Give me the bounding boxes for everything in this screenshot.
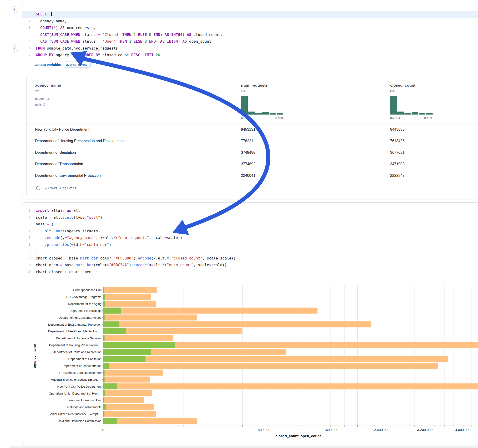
svg-text:Department of Housing Preserva: Department of Housing Preservation … <box>49 343 101 347</box>
column-header-num_requests[interactable]: num_requestsi6453,3049.5e6 <box>241 83 283 120</box>
add-cell-button-2[interactable]: + <box>11 45 18 53</box>
svg-text:Department of Health and Menta: Department of Health and Mental Hyg… <box>48 330 101 333</box>
svg-text:Operations Unit - Department o: Operations Unit - Department of Hom… <box>49 392 101 395</box>
code-line[interactable]: 7GROUP BY agency_name ORDER BY closed_co… <box>22 52 478 59</box>
svg-text:Department for the Aging: Department for the Aging <box>68 302 101 305</box>
svg-text:Mayorâ€ s Office of Special En: Mayorâ€ s Office of Special Enforce… <box>51 378 101 381</box>
line-number: 4 <box>22 228 31 235</box>
table-summary: 20 rows, 4 columns <box>44 186 76 190</box>
code-line[interactable]: 7) <box>22 248 478 255</box>
python-code-editor[interactable]: 1import altair as alt2scale = alt.Scale(… <box>22 203 478 275</box>
code-line[interactable]: 6FROM sample_data.nyc.service_requests <box>22 45 478 52</box>
code-line[interactable]: 5 CAST(SUM(CASE WHEN status = 'Open' THE… <box>22 38 478 45</box>
table-cell: Department of Environmental Protection <box>35 170 101 181</box>
svg-text:Department of Environmental Pr: Department of Environmental Protection <box>48 323 101 326</box>
svg-text:3,200,000: 3,200,000 <box>417 428 433 432</box>
svg-text:0: 0 <box>102 428 104 432</box>
svg-text:New York City Police Departmen: New York City Police Department <box>57 385 102 388</box>
code-line[interactable]: 10chart_closed + chart_open <box>22 268 478 275</box>
table-cell: 9443533 <box>390 124 404 135</box>
table-row[interactable]: New York City Police Department945313194… <box>26 124 478 135</box>
line-number: 10 <box>22 268 31 275</box>
code-line[interactable]: 3 COUNT(*) AS num_requests, <box>22 25 478 31</box>
result-table: agency_namestrunique: 20nulls: 0num_requ… <box>26 77 478 196</box>
table-row[interactable]: Department of Sanitation37494853677651 <box>26 147 478 158</box>
text-cursor <box>51 12 52 16</box>
output-row-separator: Output variable: agency_tickets <box>26 59 478 71</box>
svg-text:Department of Sanitation: Department of Sanitation <box>68 357 101 361</box>
code-line[interactable]: 3⌄base = ( <box>22 221 478 228</box>
table-cell: 3749485 <box>241 147 255 158</box>
svg-text:HRA Benefit Card Replacement: HRA Benefit Card Replacement <box>59 371 101 374</box>
line-number: 2 <box>22 18 31 25</box>
svg-text:Personal Exemption Unit: Personal Exemption Unit <box>69 398 101 402</box>
column-header-closed_count[interactable]: closed_counti6453,3049.4e6 <box>390 83 433 120</box>
table-cell: Department of Transportation <box>35 158 83 170</box>
sql-code-editor[interactable]: 1⌄SELECT 2 agency_name,3 COUNT(*) AS num… <box>22 2 478 59</box>
sql-cell-card: 1⌄SELECT 2 agency_name,3 COUNT(*) AS num… <box>22 2 478 199</box>
svg-text:1,600,000: 1,600,000 <box>323 428 339 432</box>
column-histogram <box>241 96 283 115</box>
svg-text:agency_name: agency_name <box>32 344 37 368</box>
svg-text:4,000,000: 4,000,000 <box>455 428 471 432</box>
table-row[interactable]: Department of Transportation377489234719… <box>26 158 478 170</box>
svg-text:Department of Buildings: Department of Buildings <box>69 309 101 312</box>
table-cell: 3774892 <box>241 158 255 170</box>
svg-text:Department of Parks and Recrea: Department of Parks and Recreation <box>53 350 101 354</box>
svg-text:Refunds and Adjustments: Refunds and Adjustments <box>67 405 102 409</box>
code-line[interactable]: 9chart_open = base.mark_bar(color="#8BC3… <box>22 261 478 268</box>
code-line[interactable]: 5 .encode(y="agency_name", x=alt.X("num_… <box>22 234 478 241</box>
table-cell: 7618456 <box>390 135 404 147</box>
table-cell: Department of Housing Preservation and D… <box>35 135 125 147</box>
fold-chevron-icon[interactable]: ⌄ <box>31 11 35 18</box>
code-line[interactable]: 2scale = alt.Scale(type="sqrt") <box>22 214 478 221</box>
svg-text:Senior Citizen Rent Increase E: Senior Citizen Rent Increase Exempti… <box>49 412 101 416</box>
table-cell: 3677651 <box>390 147 404 158</box>
search-icon[interactable] <box>36 186 40 191</box>
output-variable-label: Output variable: <box>35 63 61 67</box>
column-histogram <box>390 96 433 115</box>
line-number: 6 <box>22 45 31 52</box>
line-number: 5 <box>22 234 31 241</box>
line-number: 7 <box>22 52 31 59</box>
table-cell: 2222847 <box>390 170 404 181</box>
line-number: 7 <box>22 248 31 255</box>
bar-chart: Correspondence UnitDHS Advantage Program… <box>0 282 478 444</box>
svg-text:Correspondence Unit: Correspondence Unit <box>73 288 101 292</box>
line-number: 4 <box>22 31 31 38</box>
code-line[interactable]: 2 agency_name, <box>22 18 478 25</box>
output-variable-input[interactable]: agency_tickets <box>64 62 91 68</box>
code-line[interactable]: 1import altair as alt <box>22 207 478 214</box>
line-number: 3 <box>22 25 31 31</box>
code-line[interactable]: 4 CAST(SUM(CASE WHEN status = 'Closed' T… <box>22 31 478 38</box>
table-cell: 7782211 <box>241 135 255 147</box>
svg-text:Department of Consumer Affairs: Department of Consumer Affairs <box>59 316 102 319</box>
svg-text:2,400,000: 2,400,000 <box>374 428 390 432</box>
line-number: 8 <box>22 255 31 262</box>
line-number: 3 <box>22 221 31 228</box>
line-number: 9 <box>22 261 31 268</box>
code-line[interactable]: 1⌄SELECT <box>22 11 478 18</box>
code-line[interactable]: 6 .properties(width="container") <box>22 241 478 248</box>
add-cell-button[interactable]: + <box>11 6 18 14</box>
line-number: 1 <box>22 11 31 18</box>
table-cell: 9453131 <box>241 124 255 135</box>
line-number: 1 <box>22 207 31 214</box>
next-element-edge <box>9 446 478 448</box>
code-line[interactable]: 8chart_closed = base.mark_bar(color="#FF… <box>22 255 478 262</box>
column-header-agency_name[interactable]: agency_namestrunique: 20nulls: 0 <box>35 83 61 107</box>
table-cell: 2240041 <box>241 170 255 181</box>
line-number: 5 <box>22 38 31 45</box>
table-cell: Department of Sanitation <box>35 147 76 158</box>
svg-text:Department of Homeless Service: Department of Homeless Services <box>56 336 102 340</box>
table-row[interactable]: Department of Housing Preservation and D… <box>26 135 478 147</box>
svg-text:closed_count, open_count: closed_count, open_count <box>276 434 321 438</box>
table-row[interactable]: Department of Environmental Protection22… <box>26 170 478 181</box>
table-cell: 3471908 <box>390 158 404 170</box>
svg-text:DHS Advantage Programs: DHS Advantage Programs <box>66 295 102 299</box>
code-line[interactable]: 4 alt.Chart(agency_tickets) <box>22 228 478 235</box>
line-number: 2 <box>22 214 31 221</box>
svg-text:800,000: 800,000 <box>258 428 270 432</box>
svg-text:Department of Transportation: Department of Transportation <box>63 364 101 367</box>
fold-chevron-icon[interactable]: ⌄ <box>31 221 35 228</box>
